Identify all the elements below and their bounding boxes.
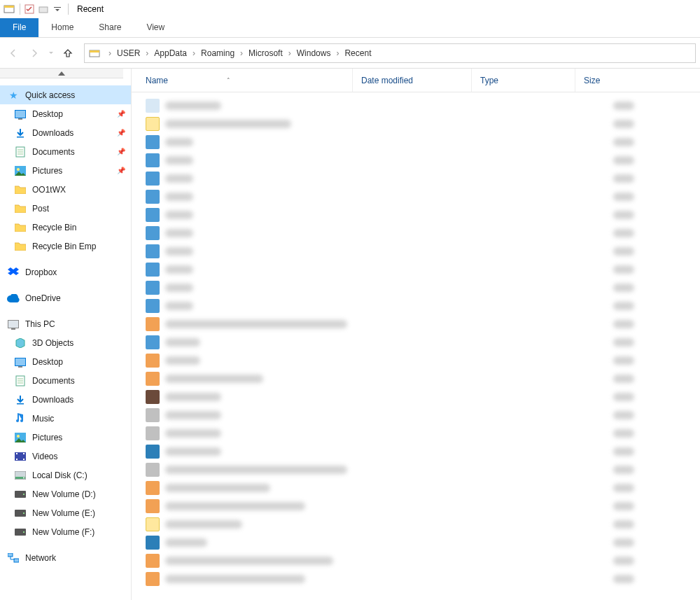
- sidebar-item-new-volume-f-[interactable]: New Volume (F:): [0, 522, 131, 541]
- breadcrumb-seg-2[interactable]: Roaming: [200, 48, 236, 58]
- ribbon-tab-share[interactable]: Share: [86, 18, 134, 37]
- nav-up-button[interactable]: [59, 44, 77, 62]
- sidebar-item-local-disk-c-[interactable]: Local Disk (C:): [0, 466, 131, 484]
- file-row[interactable]: [132, 351, 700, 370]
- file-row[interactable]: [132, 315, 700, 333]
- sidebar-item-new-volume-e-[interactable]: New Volume (E:): [0, 503, 131, 522]
- file-row[interactable]: [132, 133, 700, 151]
- sidebar-item-music[interactable]: Music: [0, 409, 131, 428]
- sidebar-item-downloads[interactable]: Downloads: [0, 390, 131, 409]
- chevron-right-icon[interactable]: ›: [332, 48, 343, 58]
- sidebar-item-downloads[interactable]: Downloads📌: [0, 123, 131, 142]
- file-row[interactable]: [132, 497, 700, 515]
- sidebar-item-pictures[interactable]: Pictures📌: [0, 161, 131, 180]
- sidebar-item-desktop[interactable]: Desktop📌: [0, 104, 131, 123]
- svg-rect-18: [17, 403, 24, 405]
- file-size-blurred: [613, 138, 634, 146]
- file-name-blurred: [165, 393, 221, 401]
- sidebar-item-recycle-bin[interactable]: Recycle Bin: [0, 218, 131, 237]
- ribbon-tab-view[interactable]: View: [134, 18, 177, 37]
- nav-back-button[interactable]: [4, 44, 22, 62]
- file-row[interactable]: [132, 242, 700, 260]
- qat-newfolder-icon[interactable]: [37, 3, 50, 15]
- sidebar-network[interactable]: Network: [0, 548, 131, 567]
- file-row[interactable]: [132, 224, 700, 242]
- file-row[interactable]: [132, 388, 700, 406]
- chevron-right-icon[interactable]: ›: [104, 48, 115, 58]
- file-row[interactable]: [132, 115, 700, 133]
- qat-properties-icon[interactable]: [23, 3, 36, 15]
- column-header-type[interactable]: Type: [472, 69, 575, 92]
- column-headers: Name ˄ Date modified Type Size: [132, 69, 700, 92]
- file-row[interactable]: [132, 479, 700, 497]
- sidebar-item-desktop[interactable]: Desktop: [0, 352, 131, 371]
- nav-history-dropdown[interactable]: [46, 44, 56, 62]
- sidebar-this-pc[interactable]: This PC: [0, 314, 131, 333]
- sidebar-item-documents[interactable]: Documents📌: [0, 142, 131, 161]
- file-row[interactable]: [132, 515, 700, 533]
- file-row[interactable]: [132, 97, 700, 115]
- sidebar-item-videos[interactable]: Videos: [0, 447, 131, 466]
- breadcrumb-seg-0[interactable]: USER: [115, 48, 141, 58]
- breadcrumb-seg-3[interactable]: Microsoft: [247, 48, 284, 58]
- file-row[interactable]: [132, 533, 700, 552]
- breadcrumb-seg-4[interactable]: Windows: [295, 48, 332, 58]
- file-name-blurred: [165, 575, 305, 583]
- file-size-blurred: [613, 557, 634, 565]
- chevron-right-icon[interactable]: ›: [188, 48, 200, 58]
- file-row[interactable]: [132, 570, 700, 588]
- sidebar-item-label: Post: [32, 204, 49, 214]
- sidebar-item-documents[interactable]: Documents: [0, 371, 131, 390]
- file-row[interactable]: [132, 260, 700, 279]
- breadcrumb-seg-1[interactable]: AppData: [153, 48, 188, 58]
- column-header-name[interactable]: Name ˄: [146, 69, 353, 92]
- sidebar-item-new-volume-d-[interactable]: New Volume (D:): [0, 484, 131, 503]
- sort-indicator-icon: ˄: [227, 77, 230, 84]
- file-row[interactable]: [132, 442, 700, 461]
- music-icon: [14, 412, 27, 425]
- breadcrumb-seg-5[interactable]: Recent: [343, 48, 372, 58]
- file-name-blurred: [165, 466, 347, 474]
- sidebar-item-3d-objects[interactable]: 3D Objects: [0, 333, 131, 352]
- address-bar[interactable]: › USER › AppData › Roaming › Microsoft ›…: [84, 43, 696, 63]
- pin-icon: 📌: [117, 129, 125, 137]
- ribbon-tab-file[interactable]: File: [0, 18, 38, 37]
- file-row[interactable]: [132, 188, 700, 206]
- sidebar-item-post[interactable]: Post: [0, 199, 131, 218]
- sidebar-dropbox[interactable]: Dropbox: [0, 263, 131, 281]
- file-row[interactable]: [132, 552, 700, 570]
- chevron-right-icon[interactable]: ›: [141, 48, 153, 58]
- sidebar-scroll-up[interactable]: [0, 69, 123, 78]
- sidebar-item-oo1twx[interactable]: OO1tWX: [0, 180, 131, 199]
- file-icon: [146, 390, 160, 404]
- qat-dropdown-icon[interactable]: [51, 3, 64, 15]
- file-icon: [146, 208, 160, 222]
- sidebar-item-pictures[interactable]: Pictures: [0, 428, 131, 447]
- file-name-blurred: [165, 538, 207, 547]
- file-row[interactable]: [132, 406, 700, 424]
- file-row[interactable]: [132, 169, 700, 188]
- sidebar-onedrive[interactable]: OneDrive: [0, 288, 131, 307]
- file-row[interactable]: [132, 461, 700, 479]
- file-row[interactable]: [132, 279, 700, 297]
- column-header-size[interactable]: Size: [575, 69, 643, 92]
- file-row[interactable]: [132, 206, 700, 224]
- chevron-right-icon[interactable]: ›: [284, 48, 295, 58]
- file-row[interactable]: [132, 297, 700, 315]
- file-row[interactable]: [132, 151, 700, 169]
- svg-rect-4: [54, 7, 61, 8]
- chevron-right-icon[interactable]: ›: [236, 48, 247, 58]
- file-row[interactable]: [132, 424, 700, 442]
- column-header-date[interactable]: Date modified: [353, 69, 472, 92]
- nav-forward-button[interactable]: [25, 44, 43, 62]
- ribbon-tab-home[interactable]: Home: [38, 18, 86, 37]
- title-bar: Recent: [0, 0, 700, 18]
- column-label: Date modified: [361, 76, 413, 85]
- file-row[interactable]: [132, 333, 700, 351]
- file-row[interactable]: [132, 370, 700, 388]
- sidebar-item-label: Desktop: [32, 109, 63, 119]
- sidebar-quick-access[interactable]: ★ Quick access: [0, 85, 131, 104]
- sidebar-item-recycle-bin-emp[interactable]: Recycle Bin Emp: [0, 237, 131, 256]
- column-label: Size: [584, 76, 600, 85]
- sidebar-item-label: 3D Objects: [32, 338, 74, 348]
